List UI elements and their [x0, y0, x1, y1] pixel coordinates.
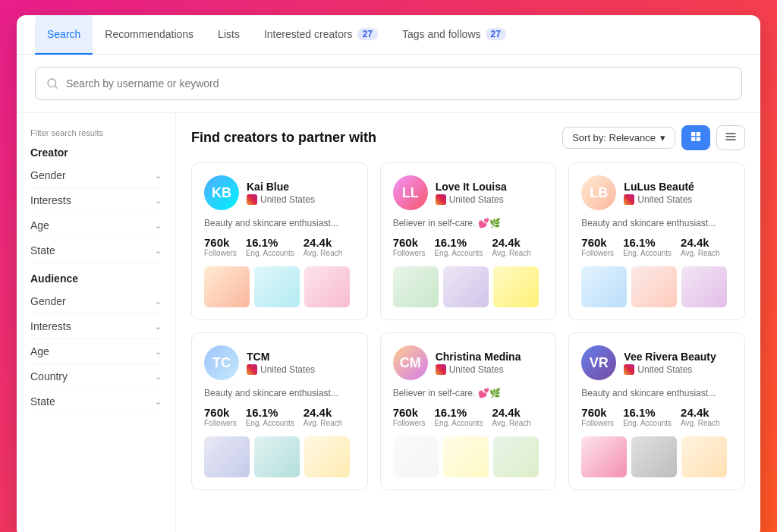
filter-audience-state[interactable]: State ⌄ — [30, 389, 162, 414]
creator-location: United States — [624, 194, 732, 205]
stats-row: 760k Followers 16.1% Eng. Accounts 24.4k… — [393, 236, 544, 257]
creator-thumb — [304, 436, 350, 477]
creator-location: United States — [247, 364, 355, 375]
creator-thumb — [681, 436, 727, 477]
search-bar — [35, 67, 742, 100]
stat-eng-accounts: 16.1% Eng. Accounts — [434, 236, 483, 257]
top-nav: Search Recommendations Lists Interested … — [17, 15, 760, 55]
instagram-icon — [436, 364, 446, 375]
stat-avg-reach: 24.4k Avg. Reach — [304, 236, 343, 257]
creator-bio: Believer in self-care. 💕🌿 — [393, 388, 544, 398]
avatar: TC — [204, 345, 239, 380]
creator-card-kai-blue[interactable]: KB Kai Blue United States Beauty and ski… — [191, 162, 368, 320]
filter-creator-state[interactable]: State ⌄ — [30, 238, 162, 263]
filter-audience-interests[interactable]: Interests ⌄ — [30, 314, 162, 339]
chevron-down-icon: ⌄ — [155, 297, 162, 307]
avatar: LL — [393, 175, 428, 210]
chevron-down-icon: ⌄ — [155, 196, 162, 206]
tab-tags-and-follows[interactable]: Tags and follows 27 — [390, 15, 518, 55]
creator-header: LL Love It Louisa United States — [393, 175, 544, 210]
filter-audience-country[interactable]: Country ⌄ — [30, 364, 162, 389]
chevron-down-icon: ▾ — [660, 132, 665, 143]
chevron-down-icon: ⌄ — [155, 322, 162, 332]
stat-followers: 760k Followers — [581, 406, 614, 427]
creator-bio: Beauty and skincare enthusiast... — [581, 218, 732, 228]
avatar: VR — [581, 345, 616, 380]
filter-creator-gender[interactable]: Gender ⌄ — [30, 163, 162, 188]
chevron-down-icon: ⌄ — [155, 372, 162, 382]
filter-creator-interests[interactable]: Interests ⌄ — [30, 188, 162, 213]
instagram-icon — [624, 364, 634, 375]
avatar: KB — [204, 175, 239, 210]
creator-header: VR Vee Rivera Beauty United States — [581, 345, 732, 380]
instagram-icon — [436, 194, 446, 205]
stats-row: 760k Followers 16.1% Eng. Accounts 24.4k… — [204, 236, 355, 257]
creator-thumb — [204, 266, 250, 307]
creator-location: United States — [436, 364, 544, 375]
svg-rect-4 — [691, 137, 695, 141]
search-input[interactable] — [66, 77, 731, 90]
creator-card-tcm[interactable]: TC TCM United States Beauty and skincare… — [191, 332, 368, 490]
audience-group-title: Audience — [30, 272, 162, 285]
creator-card-love-it-louisa[interactable]: LL Love It Louisa United States Believer… — [380, 162, 557, 320]
stat-followers: 760k Followers — [204, 236, 237, 257]
creator-images — [393, 266, 544, 307]
list-icon — [725, 131, 737, 143]
creator-header: CM Christina Medina United States — [393, 345, 544, 380]
creator-location: United States — [436, 194, 544, 205]
tab-interested-creators[interactable]: Interested creators 27 — [252, 15, 390, 55]
creator-thumb — [631, 436, 677, 477]
stat-eng-accounts: 16.1% Eng. Accounts — [246, 236, 294, 257]
filter-creator-age[interactable]: Age ⌄ — [30, 213, 162, 238]
creator-thumb — [204, 436, 250, 477]
stat-avg-reach: 24.4k Avg. Reach — [681, 406, 720, 427]
creator-thumb — [493, 266, 539, 307]
filter-audience-age[interactable]: Age ⌄ — [30, 339, 162, 364]
tab-lists[interactable]: Lists — [206, 15, 252, 55]
grid-view-button[interactable] — [681, 125, 710, 150]
tab-search[interactable]: Search — [35, 15, 93, 55]
filter-audience-gender[interactable]: Gender ⌄ — [30, 289, 162, 314]
creator-thumb — [304, 266, 350, 307]
creator-thumb — [443, 436, 489, 477]
filter-title: Filter search results — [30, 128, 162, 137]
creator-thumb — [393, 266, 439, 307]
creator-location: United States — [247, 194, 355, 205]
stats-row: 760k Followers 16.1% Eng. Accounts 24.4k… — [581, 236, 732, 257]
creator-images — [581, 266, 732, 307]
instagram-icon — [247, 364, 257, 375]
content-header: Find creators to partner with Sort by: R… — [191, 125, 745, 150]
creator-card-lulus-beaute[interactable]: LB LuLus Beauté United States Beauty and… — [568, 162, 745, 320]
creator-thumb — [493, 436, 539, 477]
creator-name: Vee Rivera Beauty — [624, 351, 732, 363]
chevron-down-icon: ⌄ — [155, 347, 162, 357]
creator-name: Kai Blue — [247, 181, 355, 193]
stat-followers: 760k Followers — [581, 236, 614, 257]
chevron-down-icon: ⌄ — [155, 221, 162, 231]
creator-thumb — [681, 266, 727, 307]
creators-grid: KB Kai Blue United States Beauty and ski… — [191, 162, 745, 490]
tab-recommendations[interactable]: Recommendations — [93, 15, 206, 55]
creator-name: Love It Louisa — [436, 181, 544, 193]
sort-button[interactable]: Sort by: Relevance ▾ — [562, 127, 675, 149]
creator-card-christina-medina[interactable]: CM Christina Medina United States Believ… — [380, 332, 557, 490]
svg-rect-3 — [697, 132, 700, 136]
instagram-icon — [624, 194, 634, 205]
avatar: LB — [581, 175, 616, 210]
creator-bio: Believer in self-care. 💕🌿 — [393, 218, 544, 228]
creator-card-vee-rivera-beauty[interactable]: VR Vee Rivera Beauty United States Beaut… — [568, 332, 745, 490]
sort-controls: Sort by: Relevance ▾ — [562, 125, 745, 150]
creator-images — [204, 436, 355, 477]
stat-avg-reach: 24.4k Avg. Reach — [681, 236, 720, 257]
stat-avg-reach: 24.4k Avg. Reach — [304, 406, 343, 427]
chevron-down-icon: ⌄ — [155, 171, 162, 181]
avatar: CM — [393, 345, 428, 380]
stat-followers: 760k Followers — [204, 406, 237, 427]
sidebar: Filter search results Creator Gender ⌄ I… — [17, 113, 176, 532]
list-view-button[interactable] — [716, 125, 745, 150]
creator-thumb — [581, 266, 627, 307]
creator-thumb — [254, 436, 300, 477]
creator-bio: Beauty and skincare enthusiast... — [204, 388, 355, 398]
tags-and-follows-badge: 27 — [486, 28, 506, 40]
creator-header: TC TCM United States — [204, 345, 355, 380]
